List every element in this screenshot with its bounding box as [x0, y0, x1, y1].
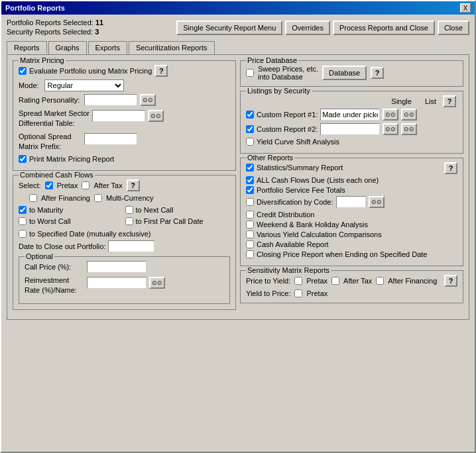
- credit-distribution-checkbox[interactable]: [246, 211, 254, 219]
- listings-header-row: Single List ?: [246, 95, 457, 107]
- custom2-row: Custom Report #2: another ⊙⊙ ⊙⊙: [246, 123, 457, 135]
- portfolio-count: 11: [95, 19, 103, 26]
- pretax-checkbox[interactable]: [45, 181, 53, 189]
- to-maturity-row: to Maturity: [19, 206, 124, 214]
- various-yield-row: Various Yield Calculation Comparisons: [246, 230, 457, 238]
- sensitivity-help-button[interactable]: ?: [444, 275, 457, 287]
- weekend-checkbox[interactable]: [246, 221, 254, 228]
- overrides-button[interactable]: Overrides: [285, 21, 330, 35]
- custom2-checkbox[interactable]: [246, 125, 254, 133]
- main-window: Portfolio Reports X Portfolio Reports Se…: [0, 0, 476, 453]
- cashflow-help-button[interactable]: ?: [127, 179, 140, 191]
- various-yield-label: Various Yield Calculation Comparisons: [257, 230, 382, 238]
- yield-curve-label: Yield Curve Shift Analysis: [257, 138, 339, 146]
- custom1-checkbox[interactable]: [246, 111, 254, 119]
- optional-spread-input[interactable]: [84, 133, 137, 145]
- to-specified-checkbox[interactable]: [19, 230, 27, 238]
- spread-go-button[interactable]: ⊙⊙: [148, 110, 164, 122]
- single-security-button[interactable]: Single Security Report Menu: [176, 21, 282, 35]
- listings-help-button[interactable]: ?: [443, 95, 456, 107]
- list-header: List: [425, 97, 436, 105]
- optional-spread-row: Optional SpreadMatrix Prefix:: [19, 132, 230, 152]
- all-cash-flows-row: ALL Cash Flows Due (Lists each one): [246, 176, 457, 184]
- diversification-go-button[interactable]: ⊙⊙: [369, 196, 385, 208]
- diversification-row: Diversification by Code: ⊙⊙: [246, 196, 457, 208]
- price-database-help-button[interactable]: ?: [371, 67, 384, 79]
- right-column: Price Database Sweep Prices, etc.into Da…: [240, 60, 463, 314]
- to-specified-row: to Specified Date (mutually exclusive): [19, 230, 230, 238]
- sensitivity-matrix-group: Sensitivity Matrix Reports Price to Yiel…: [240, 270, 463, 303]
- cash-available-row: Cash Available Report: [246, 240, 457, 248]
- tab-securitization[interactable]: Securitization Reports: [129, 41, 215, 54]
- pty-after-tax-label: After Tax: [343, 277, 372, 285]
- diversification-input[interactable]: [336, 196, 366, 208]
- custom1-list-go-button[interactable]: ⊙⊙: [401, 109, 417, 121]
- closing-price-checkbox[interactable]: [246, 250, 254, 258]
- yield-to-price-label: Yield to Price:: [246, 289, 290, 297]
- tab-exports[interactable]: Exports: [88, 41, 127, 54]
- reinvestment-input[interactable]: [87, 277, 147, 289]
- to-maturity-checkbox[interactable]: [19, 206, 27, 214]
- evaluate-checkbox[interactable]: [19, 67, 27, 75]
- statistics-checkbox[interactable]: [246, 164, 254, 172]
- multi-currency-checkbox[interactable]: [94, 194, 102, 202]
- after-tax-checkbox[interactable]: [82, 181, 89, 189]
- to-first-par-checkbox[interactable]: [125, 217, 133, 225]
- mode-select[interactable]: Regular Custom: [44, 79, 124, 91]
- call-price-input[interactable]: [87, 261, 147, 273]
- date-close-label: Date to Close out Portfolio:: [19, 242, 105, 250]
- spread-input[interactable]: [92, 110, 145, 122]
- pty-pretax-label: Pretax: [306, 277, 327, 285]
- other-reports-help-button[interactable]: ?: [444, 162, 457, 174]
- print-matrix-checkbox[interactable]: [19, 155, 27, 163]
- after-financing-label: After Financing: [41, 194, 90, 202]
- tab-graphs[interactable]: Graphs: [48, 41, 87, 54]
- ytp-pretax-checkbox[interactable]: [294, 289, 302, 297]
- spread-row: Spread Market SectorDifferential Table: …: [19, 109, 230, 129]
- to-next-call-label: to Next Call: [136, 206, 174, 214]
- after-financing-checkbox[interactable]: [29, 194, 37, 202]
- sweep-checkbox[interactable]: [246, 69, 254, 77]
- custom2-single-go-button[interactable]: ⊙⊙: [383, 123, 398, 135]
- combined-cash-flows-title: Combined Cash Flows: [19, 171, 95, 179]
- call-price-row: Call Price (%):: [25, 261, 224, 273]
- all-cash-flows-checkbox[interactable]: [246, 176, 254, 184]
- pty-pretax-checkbox[interactable]: [294, 277, 302, 285]
- diversification-checkbox[interactable]: [246, 198, 254, 206]
- database-button[interactable]: Database: [322, 66, 367, 80]
- top-buttons: Single Security Report Menu Overrides Pr…: [176, 21, 469, 35]
- rating-go-button[interactable]: ⊙⊙: [140, 94, 156, 106]
- title-bar: Portfolio Reports X: [1, 1, 475, 15]
- cash-available-checkbox[interactable]: [246, 240, 254, 248]
- mode-label: Mode:: [19, 81, 39, 89]
- after-tax-label: After Tax: [93, 181, 122, 189]
- close-button[interactable]: Close: [438, 21, 469, 35]
- pty-after-tax-checkbox[interactable]: [331, 277, 339, 285]
- to-worst-call-checkbox[interactable]: [19, 217, 27, 225]
- weekend-row: Weekend & Bank Holiday Analysis: [246, 221, 457, 228]
- pretax-label: Pretax: [57, 181, 78, 189]
- to-next-call-row: to Next Call: [125, 206, 231, 214]
- yield-curve-row: Yield Curve Shift Analysis: [246, 138, 457, 146]
- custom2-input[interactable]: another: [320, 123, 380, 135]
- to-next-call-checkbox[interactable]: [125, 206, 133, 214]
- all-cash-flows-label: ALL Cash Flows Due (Lists each one): [257, 176, 379, 184]
- date-close-input[interactable]: [108, 240, 154, 252]
- process-and-close-button[interactable]: Process Reports and Close: [333, 21, 435, 35]
- top-row: Portfolio Reports Selected: 11 Security …: [7, 19, 469, 37]
- portfolio-service-checkbox[interactable]: [246, 186, 254, 194]
- matrix-help-button[interactable]: ?: [154, 65, 168, 77]
- credit-distribution-label: Credit Distribution: [257, 211, 314, 219]
- tab-reports[interactable]: Reports: [7, 41, 47, 54]
- pty-after-financing-checkbox[interactable]: [376, 277, 384, 285]
- rating-input[interactable]: [84, 94, 137, 106]
- custom2-list-go-button[interactable]: ⊙⊙: [401, 123, 417, 135]
- title-close-button[interactable]: X: [460, 3, 471, 13]
- reinvestment-go-button[interactable]: ⊙⊙: [149, 277, 165, 289]
- custom1-input[interactable]: [320, 109, 380, 121]
- various-yield-checkbox[interactable]: [246, 230, 254, 238]
- yield-curve-checkbox[interactable]: [246, 138, 254, 146]
- price-to-yield-label: Price to Yield:: [246, 277, 290, 285]
- rating-label: Rating Personality:: [19, 96, 82, 104]
- custom1-single-go-button[interactable]: ⊙⊙: [383, 109, 398, 121]
